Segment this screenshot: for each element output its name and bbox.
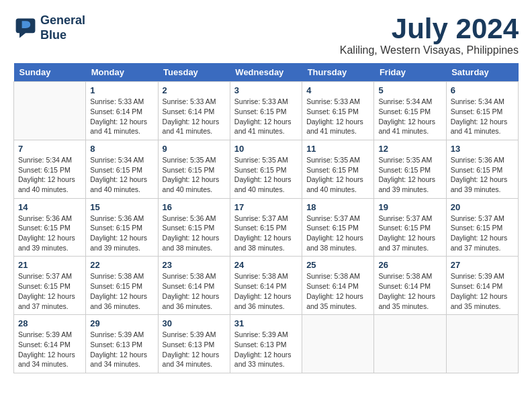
cell-content: Sunrise: 5:37 AM bbox=[18, 271, 81, 281]
cell-content: Daylight: 12 hours bbox=[234, 117, 298, 127]
cell-content: Sunrise: 5:34 AM bbox=[451, 97, 514, 107]
cell-content: Sunset: 6:13 PM bbox=[234, 340, 298, 350]
day-number: 3 bbox=[234, 85, 298, 95]
cell-content: and 39 minutes. bbox=[451, 185, 514, 195]
cell-content: Sunrise: 5:33 AM bbox=[306, 97, 369, 107]
day-number: 24 bbox=[234, 260, 298, 270]
calendar-cell: 2Sunrise: 5:33 AMSunset: 6:14 PMDaylight… bbox=[158, 82, 230, 140]
cell-content: Sunrise: 5:36 AM bbox=[18, 214, 81, 224]
cell-content: and 40 minutes. bbox=[234, 185, 298, 195]
cell-content: Sunset: 6:13 PM bbox=[163, 340, 226, 350]
day-number: 23 bbox=[163, 260, 226, 270]
header-cell-friday: Friday bbox=[374, 63, 446, 82]
day-number: 19 bbox=[378, 202, 441, 212]
day-number: 4 bbox=[306, 85, 369, 95]
cell-content: Daylight: 12 hours bbox=[163, 117, 226, 127]
cell-content: Sunset: 6:15 PM bbox=[90, 223, 153, 233]
calendar-cell: 11Sunrise: 5:35 AMSunset: 6:15 PMDayligh… bbox=[302, 140, 374, 198]
cell-content: Sunset: 6:14 PM bbox=[378, 281, 441, 291]
cell-content: Sunset: 6:14 PM bbox=[451, 281, 514, 291]
cell-content: and 41 minutes. bbox=[378, 126, 441, 136]
month-title: July 2024 bbox=[340, 13, 519, 44]
cell-content: Sunrise: 5:33 AM bbox=[163, 97, 226, 107]
cell-content: Daylight: 12 hours bbox=[306, 175, 369, 185]
cell-content: Sunrise: 5:35 AM bbox=[378, 155, 441, 165]
day-number: 10 bbox=[234, 144, 298, 154]
cell-content: Daylight: 12 hours bbox=[90, 291, 153, 302]
cell-content: Sunrise: 5:34 AM bbox=[378, 97, 441, 107]
cell-content: and 33 minutes. bbox=[234, 359, 298, 369]
calendar-cell: 12Sunrise: 5:35 AMSunset: 6:15 PMDayligh… bbox=[374, 140, 446, 198]
header-row: SundayMondayTuesdayWednesdayThursdayFrid… bbox=[14, 63, 519, 82]
cell-content: and 40 minutes. bbox=[18, 185, 81, 195]
calendar-cell: 7Sunrise: 5:34 AMSunset: 6:15 PMDaylight… bbox=[14, 140, 86, 198]
cell-content: Sunset: 6:15 PM bbox=[18, 281, 81, 291]
day-number: 5 bbox=[378, 85, 441, 95]
header-cell-saturday: Saturday bbox=[446, 63, 518, 82]
day-number: 29 bbox=[90, 318, 153, 328]
cell-content: Daylight: 12 hours bbox=[234, 233, 298, 243]
header-cell-thursday: Thursday bbox=[302, 63, 374, 82]
cell-content: and 41 minutes. bbox=[163, 126, 226, 136]
cell-content: Sunset: 6:15 PM bbox=[234, 165, 298, 175]
cell-content: Daylight: 12 hours bbox=[90, 233, 153, 243]
day-number: 25 bbox=[306, 260, 369, 270]
cell-content: and 38 minutes. bbox=[234, 243, 298, 253]
cell-content: and 34 minutes. bbox=[90, 359, 153, 369]
calendar-week-2: 7Sunrise: 5:34 AMSunset: 6:15 PMDaylight… bbox=[14, 140, 519, 198]
cell-content: Daylight: 12 hours bbox=[163, 291, 226, 302]
cell-content: Daylight: 12 hours bbox=[163, 233, 226, 243]
day-number: 8 bbox=[90, 144, 153, 154]
calendar-cell: 28Sunrise: 5:39 AMSunset: 6:14 PMDayligh… bbox=[14, 315, 86, 373]
logo: General Blue bbox=[13, 13, 85, 42]
cell-content: Sunset: 6:15 PM bbox=[90, 281, 153, 291]
cell-content: Daylight: 12 hours bbox=[378, 233, 441, 243]
page-header: General Blue July 2024 Kaliling, Western… bbox=[13, 13, 519, 56]
cell-content: Sunset: 6:15 PM bbox=[378, 107, 441, 117]
cell-content: Sunrise: 5:37 AM bbox=[451, 214, 514, 224]
calendar-cell: 29Sunrise: 5:39 AMSunset: 6:13 PMDayligh… bbox=[86, 315, 158, 373]
cell-content: Daylight: 12 hours bbox=[451, 233, 514, 243]
cell-content: Sunset: 6:15 PM bbox=[90, 165, 153, 175]
cell-content: Sunrise: 5:39 AM bbox=[163, 330, 226, 340]
cell-content: Daylight: 12 hours bbox=[90, 175, 153, 185]
cell-content: Sunset: 6:14 PM bbox=[163, 281, 226, 291]
calendar-cell: 17Sunrise: 5:37 AMSunset: 6:15 PMDayligh… bbox=[230, 198, 302, 257]
title-area: July 2024 Kaliling, Western Visayas, Phi… bbox=[340, 13, 519, 56]
cell-content: Sunrise: 5:33 AM bbox=[90, 97, 153, 107]
cell-content: Daylight: 12 hours bbox=[451, 175, 514, 185]
cell-content: Daylight: 12 hours bbox=[451, 117, 514, 127]
cell-content: Daylight: 12 hours bbox=[451, 291, 514, 302]
cell-content: Daylight: 12 hours bbox=[163, 350, 226, 360]
cell-content: Sunrise: 5:38 AM bbox=[306, 271, 369, 281]
header-cell-wednesday: Wednesday bbox=[230, 63, 302, 82]
cell-content: Sunset: 6:14 PM bbox=[90, 107, 153, 117]
cell-content: Sunrise: 5:37 AM bbox=[234, 214, 298, 224]
cell-content: Daylight: 12 hours bbox=[234, 175, 298, 185]
calendar-cell: 16Sunrise: 5:36 AMSunset: 6:15 PMDayligh… bbox=[158, 198, 230, 257]
cell-content: Sunset: 6:15 PM bbox=[18, 165, 81, 175]
cell-content: and 41 minutes. bbox=[451, 126, 514, 136]
logo-line2: Blue bbox=[40, 28, 66, 42]
cell-content: Sunrise: 5:39 AM bbox=[90, 330, 153, 340]
cell-content: and 40 minutes. bbox=[163, 185, 226, 195]
cell-content: Sunset: 6:15 PM bbox=[306, 165, 369, 175]
cell-content: and 41 minutes. bbox=[90, 126, 153, 136]
cell-content: Daylight: 12 hours bbox=[90, 350, 153, 360]
cell-content: and 35 minutes. bbox=[378, 302, 441, 312]
cell-content: Sunrise: 5:39 AM bbox=[18, 330, 81, 340]
calendar-cell: 21Sunrise: 5:37 AMSunset: 6:15 PMDayligh… bbox=[14, 257, 86, 315]
cell-content: Daylight: 12 hours bbox=[234, 291, 298, 302]
cell-content: and 34 minutes. bbox=[163, 359, 226, 369]
cell-content: Sunrise: 5:39 AM bbox=[234, 330, 298, 340]
cell-content: Sunrise: 5:36 AM bbox=[163, 214, 226, 224]
cell-content: Sunset: 6:14 PM bbox=[306, 281, 369, 291]
cell-content: Daylight: 12 hours bbox=[306, 233, 369, 243]
cell-content: and 34 minutes. bbox=[18, 359, 81, 369]
cell-content: and 37 minutes. bbox=[18, 302, 81, 312]
logo-line1: General bbox=[40, 13, 85, 27]
cell-content: Sunset: 6:14 PM bbox=[18, 340, 81, 350]
calendar-cell: 30Sunrise: 5:39 AMSunset: 6:13 PMDayligh… bbox=[158, 315, 230, 373]
day-number: 13 bbox=[451, 144, 514, 154]
cell-content: Sunrise: 5:35 AM bbox=[234, 155, 298, 165]
